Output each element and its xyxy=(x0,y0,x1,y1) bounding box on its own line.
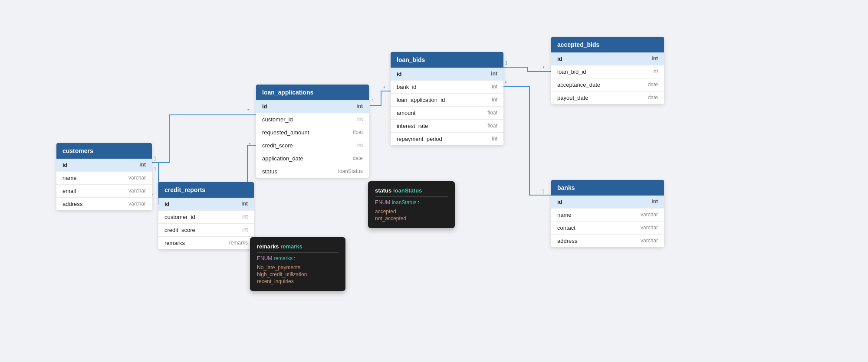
table-row: address varchar xyxy=(551,235,664,247)
popup-remarks: remarks remarks ENUM remarks : No_late_p… xyxy=(250,237,345,291)
popup-title-loan-status: status loanStatus xyxy=(375,187,448,197)
table-customers: customers id int name varchar email varc… xyxy=(56,143,152,210)
table-row: status loanStatus xyxy=(256,165,369,178)
enum-value: No_late_payments xyxy=(257,264,339,271)
table-row: repayment_period int xyxy=(391,133,503,145)
table-row: acceptance_date date xyxy=(551,78,664,91)
table-row: id int xyxy=(551,52,664,65)
table-row: amount float xyxy=(391,107,503,120)
table-header-banks: banks xyxy=(551,180,664,196)
svg-text:1: 1 xyxy=(154,166,157,173)
table-header-customers: customers xyxy=(56,143,152,159)
table-row: loan_application_id int xyxy=(391,94,503,107)
svg-text:*: * xyxy=(383,85,385,91)
table-row: credit_score int xyxy=(256,139,369,152)
table-row: email varchar xyxy=(56,185,152,198)
table-row: name varchar xyxy=(56,172,152,185)
table-row: bank_id int xyxy=(391,81,503,94)
popup-subtitle-loan-status: ENUM loanStatus : xyxy=(375,199,448,205)
table-row: name varchar xyxy=(551,209,664,222)
svg-text:*: * xyxy=(247,108,250,114)
svg-text:1: 1 xyxy=(542,189,545,195)
table-row: interest_rate float xyxy=(391,120,503,133)
popup-loan-status: status loanStatus ENUM loanStatus : acce… xyxy=(368,181,455,228)
svg-text:*: * xyxy=(542,65,545,72)
table-row: contact varchar xyxy=(551,222,664,235)
svg-text:1: 1 xyxy=(505,60,508,66)
table-loan-bids: loan_bids id int bank_id int loan_applic… xyxy=(391,52,503,145)
table-row: customer_id int xyxy=(256,113,369,126)
table-header-loan-applications: loan_applications xyxy=(256,85,369,100)
table-row: id int xyxy=(551,196,664,209)
svg-text:*: * xyxy=(505,80,507,86)
table-header-accepted-bids: accepted_bids xyxy=(551,37,664,52)
table-row: application_date date xyxy=(256,152,369,165)
table-row: id int xyxy=(256,100,369,113)
table-row: id int xyxy=(391,68,503,81)
table-header-loan-bids: loan_bids xyxy=(391,52,503,68)
svg-text:1: 1 xyxy=(154,156,157,162)
popup-subtitle-remarks: ENUM remarks : xyxy=(257,255,339,261)
table-credit-reports: credit_reports id int customer_id int cr… xyxy=(158,182,254,249)
svg-text:*: * xyxy=(249,142,251,148)
popup-title-remarks: remarks remarks xyxy=(257,243,339,253)
table-header-credit-reports: credit_reports xyxy=(158,182,254,198)
table-row: customer_id int xyxy=(158,211,254,224)
enum-value: not_accepted xyxy=(375,215,448,222)
table-row: id int xyxy=(158,198,254,211)
table-row: loan_bid_id int xyxy=(551,65,664,78)
table-accepted-bids: accepted_bids id int loan_bid_id int acc… xyxy=(551,37,664,104)
table-row: id int xyxy=(56,159,152,172)
enum-value: recent_inquiries xyxy=(257,278,339,285)
enum-value: high_credit_utilization xyxy=(257,271,339,278)
table-row: remarks remarks xyxy=(158,237,254,249)
table-row: requested_amount float xyxy=(256,126,369,139)
table-loan-applications: loan_applications id int customer_id int… xyxy=(256,85,369,178)
table-row: payout_date date xyxy=(551,91,664,104)
table-row: credit_score int xyxy=(158,224,254,237)
diagram-canvas: 1 * 1 * 1 * 1 * 1 * * 1 customers id int… xyxy=(0,0,868,362)
table-banks: banks id int name varchar contact varcha… xyxy=(551,180,664,247)
enum-value: accepted xyxy=(375,208,448,215)
table-row: address varchar xyxy=(56,198,152,210)
svg-text:1: 1 xyxy=(372,98,375,104)
